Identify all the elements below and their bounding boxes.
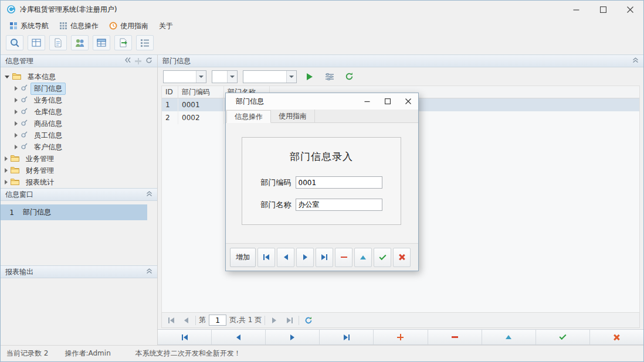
separator [265,316,265,325]
dialog-confirm-button[interactable] [374,248,391,267]
chevron-right-icon [15,98,18,103]
tree-item-department-info[interactable]: 部门信息 [5,83,157,94]
prev-record-button[interactable] [212,330,266,344]
document-tool-button[interactable] [49,35,67,50]
export-tool-button[interactable] [114,35,132,50]
tree-item-warehouse-info[interactable]: 仓库信息 [5,106,157,118]
tree-item-report-stats[interactable]: 报表统计 [5,176,157,188]
dialog-add-button[interactable]: 增加 [230,248,256,267]
dialog-last-button[interactable] [316,248,333,267]
chevron-down-icon [230,76,235,78]
last-record-button[interactable] [320,330,374,344]
data-grid-tool-button[interactable] [93,35,110,50]
insert-record-button[interactable] [374,330,428,344]
tree-item-employee-info[interactable]: 员工信息 [5,129,157,141]
page-number-input[interactable] [209,315,226,326]
search-operator-combo[interactable] [212,70,238,83]
column-header-code[interactable]: 部门编码 [178,86,224,98]
item-icon [21,96,28,105]
tree-item-product-info[interactable]: 商品信息 [5,118,157,129]
last-page-button[interactable] [283,314,296,326]
close-icon [405,98,411,104]
dialog-maximize-button[interactable] [377,93,398,110]
tree-item-business-mgmt[interactable]: 业务管理 [5,153,157,165]
folder-icon [12,73,21,81]
close-button[interactable] [616,1,643,18]
dialog-delete-button[interactable] [335,248,352,267]
dept-code-input[interactable] [296,176,382,189]
search-toolbar [158,67,643,86]
dialog-close-button[interactable] [398,93,418,110]
cancel-record-button[interactable] [590,330,643,344]
edit-record-button[interactable] [482,330,536,344]
next-record-icon [303,254,307,260]
maximize-button[interactable] [589,1,616,18]
menu-item-label: 关于 [159,21,173,31]
dialog-next-button[interactable] [296,248,314,267]
dialog-first-button[interactable] [257,248,275,267]
plus-icon [397,334,404,340]
info-management-header[interactable]: 信息管理 [1,54,157,67]
tab-label: 使用指南 [279,111,307,121]
list-item[interactable]: 1 部门信息 [1,204,147,220]
search-field-combo[interactable] [163,70,206,83]
minimize-button[interactable] [562,1,589,18]
first-page-button[interactable] [165,314,177,326]
search-tool-button[interactable] [6,35,23,50]
dept-name-input[interactable] [296,199,382,211]
menu-system-navigation[interactable]: 系统导航 [4,19,54,32]
statusbar: 当前记录数 2 操作者:Admin 本系统支持二次开发和全新开发！ [1,345,643,361]
tree-item-customer-info[interactable]: 客户信息 [5,141,157,153]
table-tool-button[interactable] [28,35,45,50]
collapse-up-icon[interactable] [146,190,152,199]
maximize-icon [385,98,391,104]
refresh-grid-button[interactable] [342,70,357,84]
window-controls [562,1,643,18]
users-icon [74,37,85,48]
tab-info-operations[interactable]: 信息操作 [226,110,271,123]
menu-user-guide[interactable]: 使用指南 [104,19,154,32]
advanced-search-button[interactable] [322,70,337,84]
menu-about[interactable]: 关于 [154,19,178,32]
add-icon[interactable] [135,58,141,64]
dialog-cancel-button[interactable] [393,248,411,267]
run-search-button[interactable] [302,70,317,84]
tree-item-finance-mgmt[interactable]: 财务管理 [5,165,157,176]
menu-info-operations[interactable]: 信息操作 [54,19,104,32]
folder-icon [11,178,19,187]
list-tool-button[interactable] [136,35,154,50]
dialog-prev-button[interactable] [277,248,294,267]
dialog-minimize-button[interactable] [357,93,377,110]
triangle-up-icon [506,335,511,339]
tree-item-business-info[interactable]: 业务信息 [5,94,157,106]
collapse-left-icon[interactable] [125,57,131,65]
combo-value [164,71,196,83]
delete-record-button[interactable] [428,330,482,344]
refresh-icon[interactable] [145,57,152,66]
status-message: 本系统支持二次开发和全新开发！ [135,349,241,358]
search-value-combo[interactable] [243,70,297,83]
refresh-icon [345,72,354,81]
dropdown-button[interactable] [196,71,206,83]
info-window-header[interactable]: 信息窗口 [1,188,157,201]
dropdown-button[interactable] [286,71,296,83]
tree-item-basic-info[interactable]: 基本信息 [5,71,157,83]
app-window: 冷库租赁管理系统(非注册用户) 系统导航 信息操作 使用指南 关于 [0,0,644,362]
cell-id: 2 [162,111,178,124]
tab-user-guide[interactable]: 使用指南 [271,110,315,122]
dialog-edit-button[interactable] [354,248,372,267]
dialog-tabs: 信息操作 使用指南 [226,110,418,123]
cell-code: 0002 [178,111,224,124]
post-record-button[interactable] [536,330,590,344]
prev-page-button[interactable] [180,314,192,326]
users-tool-button[interactable] [71,35,89,50]
collapse-up-icon[interactable] [146,268,152,276]
report-output-header[interactable]: 报表输出 [1,265,157,278]
collapse-up-icon[interactable] [632,57,639,65]
first-record-button[interactable] [158,330,212,344]
column-header-id[interactable]: ID [162,86,178,98]
next-page-button[interactable] [268,314,280,326]
dropdown-button[interactable] [227,71,237,83]
refresh-page-button[interactable] [302,314,314,326]
next-record-button[interactable] [266,330,320,344]
